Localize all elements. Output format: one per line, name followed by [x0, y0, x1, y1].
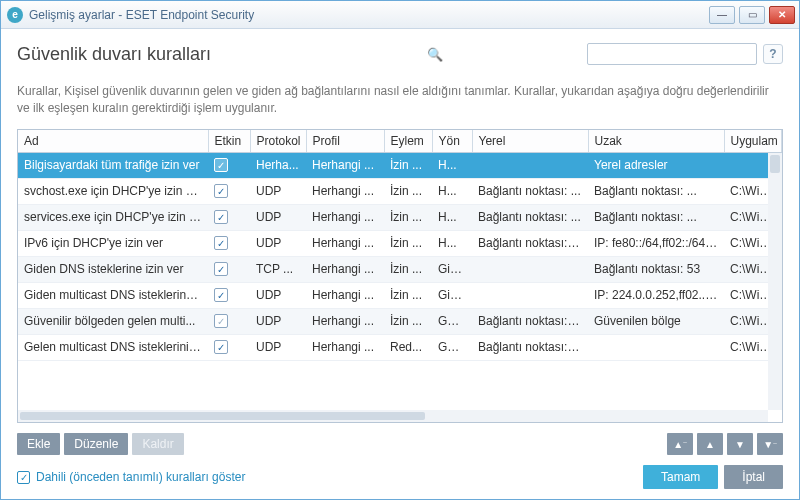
- table-row[interactable]: Giden multicast DNS isteklerine...✓UDPHe…: [18, 282, 782, 308]
- cell-name: services.exe için DHCP'ye izin ver: [18, 204, 208, 230]
- rules-table: Ad Etkin Protokol Profil Eylem Yön Yerel…: [17, 129, 783, 423]
- vertical-scrollbar[interactable]: [768, 153, 782, 410]
- table-row[interactable]: Giden DNS isteklerine izin ver✓TCP ...He…: [18, 256, 782, 282]
- app-logo-icon: e: [7, 7, 23, 23]
- cell-local: Bağlantı noktası: ...: [472, 178, 588, 204]
- cell-profile: Herhangi ...: [306, 204, 384, 230]
- cell-profile: Herhangi ...: [306, 282, 384, 308]
- col-remote[interactable]: Uzak: [588, 130, 724, 153]
- delete-button: Kaldır: [132, 433, 183, 455]
- table-row[interactable]: Gelen multicast DNS isteklerini ...✓UDPH…: [18, 334, 782, 360]
- cell-profile: Herhangi ...: [306, 230, 384, 256]
- cell-enabled[interactable]: ✓: [208, 282, 250, 308]
- cell-local: [472, 256, 588, 282]
- cell-remote: Yerel adresler: [588, 152, 724, 178]
- cell-remote: IP: fe80::/64,ff02::/64 Bağlantı noktası…: [588, 230, 724, 256]
- cell-action: İzin ...: [384, 230, 432, 256]
- minimize-button[interactable]: —: [709, 6, 735, 24]
- cancel-button[interactable]: İptal: [724, 465, 783, 489]
- col-name[interactable]: Ad: [18, 130, 208, 153]
- cell-remote: Bağlantı noktası: ...: [588, 204, 724, 230]
- col-app[interactable]: Uygulam: [724, 130, 782, 153]
- cell-action: İzin ...: [384, 256, 432, 282]
- move-down-button[interactable]: ▼: [727, 433, 753, 455]
- checkbox-icon: ✓: [214, 288, 228, 302]
- cell-profile: Herhangi ...: [306, 152, 384, 178]
- cell-profile: Herhangi ...: [306, 308, 384, 334]
- cell-enabled[interactable]: ✓: [208, 230, 250, 256]
- cell-direction: Gel...: [432, 308, 472, 334]
- maximize-button[interactable]: ▭: [739, 6, 765, 24]
- cell-action: İzin ...: [384, 178, 432, 204]
- table-row[interactable]: services.exe için DHCP'ye izin ver✓UDPHe…: [18, 204, 782, 230]
- col-protocol[interactable]: Protokol: [250, 130, 306, 153]
- cell-direction: H...: [432, 152, 472, 178]
- col-profile[interactable]: Profil: [306, 130, 384, 153]
- cell-protocol: UDP: [250, 230, 306, 256]
- cell-enabled[interactable]: ✓: [208, 334, 250, 360]
- cell-remote: [588, 334, 724, 360]
- cell-enabled[interactable]: ✓: [208, 256, 250, 282]
- cell-name: Giden multicast DNS isteklerine...: [18, 282, 208, 308]
- cell-protocol: UDP: [250, 334, 306, 360]
- cell-enabled[interactable]: ✓: [208, 152, 250, 178]
- col-action[interactable]: Eylem: [384, 130, 432, 153]
- content-area: Güvenlik duvarı kuralları 🔍 ? Kurallar, …: [1, 29, 799, 499]
- add-button[interactable]: Ekle: [17, 433, 60, 455]
- close-button[interactable]: ✕: [769, 6, 795, 24]
- help-button[interactable]: ?: [763, 44, 783, 64]
- cell-action: İzin ...: [384, 204, 432, 230]
- cell-local: [472, 152, 588, 178]
- checkbox-icon: ✓: [214, 262, 228, 276]
- cell-protocol: Herha...: [250, 152, 306, 178]
- cell-profile: Herhangi ...: [306, 178, 384, 204]
- horizontal-scrollbar[interactable]: [18, 410, 768, 422]
- show-builtin-checkbox[interactable]: ✓: [17, 471, 30, 484]
- cell-remote: Güvenilen bölge: [588, 308, 724, 334]
- ok-button[interactable]: Tamam: [643, 465, 718, 489]
- cell-name: IPv6 için DHCP'ye izin ver: [18, 230, 208, 256]
- edit-button[interactable]: Düzenle: [64, 433, 128, 455]
- cell-direction: Gid...: [432, 282, 472, 308]
- checkbox-icon: ✓: [214, 158, 228, 172]
- checkbox-icon: ✓: [214, 184, 228, 198]
- col-local[interactable]: Yerel: [472, 130, 588, 153]
- table-header-row: Ad Etkin Protokol Profil Eylem Yön Yerel…: [18, 130, 782, 153]
- cell-action: İzin ...: [384, 282, 432, 308]
- cell-name: Gelen multicast DNS isteklerini ...: [18, 334, 208, 360]
- cell-direction: Gid...: [432, 256, 472, 282]
- cell-protocol: UDP: [250, 282, 306, 308]
- table-row[interactable]: svchost.exe için DHCP'ye izin ver✓UDPHer…: [18, 178, 782, 204]
- cell-protocol: UDP: [250, 178, 306, 204]
- cell-local: Bağlantı noktası: 5...: [472, 308, 588, 334]
- col-direction[interactable]: Yön: [432, 130, 472, 153]
- cell-local: Bağlantı noktası: 5...: [472, 230, 588, 256]
- cell-enabled[interactable]: ✓: [208, 308, 250, 334]
- page-description: Kurallar, Kişisel güvenlik duvarının gel…: [17, 83, 783, 117]
- table-row[interactable]: IPv6 için DHCP'ye izin ver✓UDPHerhangi .…: [18, 230, 782, 256]
- checkbox-icon: ✓: [214, 314, 228, 328]
- window-title: Gelişmiş ayarlar - ESET Endpoint Securit…: [29, 8, 709, 22]
- search-input[interactable]: [587, 43, 757, 65]
- cell-enabled[interactable]: ✓: [208, 204, 250, 230]
- cell-direction: H...: [432, 204, 472, 230]
- cell-enabled[interactable]: ✓: [208, 178, 250, 204]
- cell-action: İzin ...: [384, 152, 432, 178]
- cell-direction: H...: [432, 230, 472, 256]
- search-icon: 🔍: [427, 47, 443, 62]
- cell-profile: Herhangi ...: [306, 334, 384, 360]
- table-row[interactable]: Güvenilir bölgeden gelen multi...✓UDPHer…: [18, 308, 782, 334]
- move-bottom-button[interactable]: ▼─: [757, 433, 783, 455]
- col-enabled[interactable]: Etkin: [208, 130, 250, 153]
- cell-name: Güvenilir bölgeden gelen multi...: [18, 308, 208, 334]
- cell-local: Bağlantı noktası: ...: [472, 204, 588, 230]
- cell-name: Giden DNS isteklerine izin ver: [18, 256, 208, 282]
- table-row[interactable]: Bilgisayardaki tüm trafiğe izin ver✓Herh…: [18, 152, 782, 178]
- move-top-button[interactable]: ▲─: [667, 433, 693, 455]
- page-title: Güvenlik duvarı kuralları: [17, 44, 211, 65]
- cell-action: İzin ...: [384, 308, 432, 334]
- show-builtin-label[interactable]: Dahili (önceden tanımlı) kuralları göste…: [36, 470, 245, 484]
- cell-direction: H...: [432, 178, 472, 204]
- cell-name: Bilgisayardaki tüm trafiğe izin ver: [18, 152, 208, 178]
- move-up-button[interactable]: ▲: [697, 433, 723, 455]
